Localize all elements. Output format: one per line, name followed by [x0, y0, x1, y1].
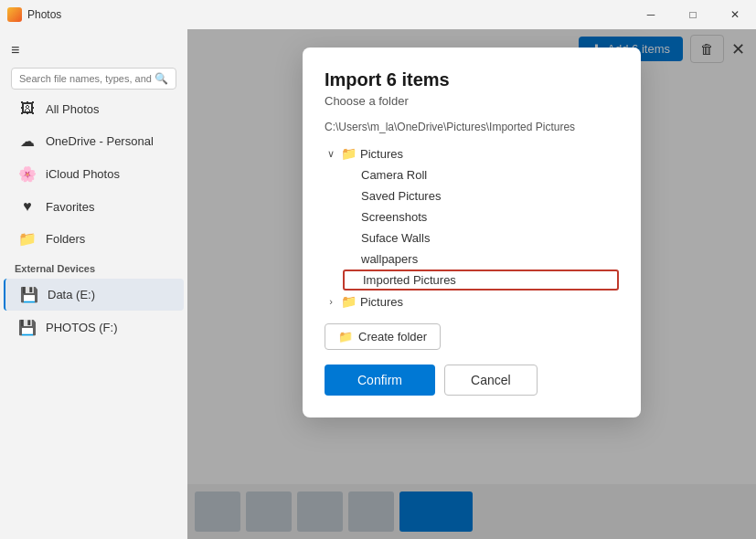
cancel-button[interactable]: Cancel — [444, 365, 538, 396]
minimize-button[interactable]: ─ — [630, 0, 672, 29]
tree-child-label: Suface Walls — [361, 231, 430, 245]
tree-item-saved-pictures[interactable]: Saved Pictures — [343, 185, 619, 206]
sidebar: ≡ 🔍 🖼 All Photos ☁ OneDrive - Personal 🌸… — [0, 29, 187, 539]
folders-icon: 📁 — [18, 230, 37, 248]
onedrive-icon: ☁ — [18, 132, 37, 150]
sidebar-item-label: Favorites — [46, 200, 94, 214]
main-content: ⬇ Add 6 items 🗑 ✕ Import 6 items Choose … — [187, 29, 756, 539]
all-photos-icon: 🖼 — [18, 100, 37, 117]
sidebar-item-label: Folders — [46, 232, 85, 246]
photos-f-icon: 💾 — [18, 319, 37, 336]
sidebar-item-label: All Photos — [46, 102, 100, 116]
tree-children: Camera Roll Saved Pictures Screenshots S… — [325, 164, 619, 291]
create-folder-label: Create folder — [358, 330, 427, 343]
sidebar-item-label: PHOTOS (F:) — [46, 321, 117, 334]
folder-tree: ∨ 📁 Pictures Camera Roll Saved Pictures — [325, 143, 619, 312]
tree-item-camera-roll[interactable]: Camera Roll — [343, 164, 619, 185]
folder-icon: 📁 — [341, 146, 357, 161]
sidebar-top: ≡ — [0, 37, 187, 64]
chevron-down-icon: ∨ — [325, 148, 337, 160]
sidebar-item-data-e[interactable]: 💾 Data (E:) — [4, 279, 184, 311]
tree-root-label-2: Pictures — [360, 295, 403, 309]
sidebar-item-label: iCloud Photos — [46, 167, 120, 181]
tree-child-label: Imported Pictures — [363, 273, 456, 287]
app-title: Photos — [27, 8, 61, 21]
tree-child-label: Saved Pictures — [361, 189, 441, 203]
dialog-subtitle: Choose a folder — [325, 94, 619, 108]
folder-icon-2: 📁 — [341, 294, 357, 309]
tree-item-imported-pictures[interactable]: Imported Pictures — [343, 270, 619, 291]
data-e-icon: 💾 — [20, 286, 38, 303]
search-bar[interactable]: 🔍 — [11, 68, 176, 90]
tree-child-label: Screenshots — [361, 210, 427, 224]
hamburger-icon[interactable]: ≡ — [11, 42, 19, 58]
tree-item-wallpapers[interactable]: wallpapers — [343, 248, 619, 270]
create-folder-button[interactable]: 📁 Create folder — [325, 323, 441, 350]
tree-child-label: Camera Roll — [361, 168, 427, 182]
dialog-path: C:\Users\m_la\OneDrive\Pictures\Imported… — [325, 121, 619, 133]
confirm-button[interactable]: Confirm — [325, 365, 435, 396]
sidebar-item-label: OneDrive - Personal — [46, 134, 154, 148]
tree-item-surface-walls[interactable]: Suface Walls — [343, 227, 619, 248]
titlebar: Photos ─ □ ✕ — [0, 0, 756, 29]
tree-root-label: Pictures — [360, 147, 403, 161]
create-folder-icon: 📁 — [338, 330, 353, 343]
titlebar-left: Photos — [7, 7, 61, 22]
search-input[interactable] — [19, 73, 154, 84]
maximize-button[interactable]: □ — [672, 0, 714, 29]
external-devices-label: External Devices — [0, 256, 187, 278]
search-icon: 🔍 — [154, 72, 168, 85]
app-container: ≡ 🔍 🖼 All Photos ☁ OneDrive - Personal 🌸… — [0, 29, 756, 539]
sidebar-item-favorites[interactable]: ♥ Favorites — [4, 191, 184, 222]
tree-root-pictures[interactable]: ∨ 📁 Pictures — [325, 143, 619, 164]
dialog-footer: Confirm Cancel — [325, 365, 619, 396]
app-icon — [7, 7, 22, 22]
chevron-right-icon: › — [325, 296, 337, 307]
sidebar-item-onedrive[interactable]: ☁ OneDrive - Personal — [4, 125, 184, 157]
sidebar-item-photos-f[interactable]: 💾 PHOTOS (F:) — [4, 312, 184, 343]
sidebar-item-folders[interactable]: 📁 Folders — [4, 223, 184, 255]
import-dialog: Import 6 items Choose a folder C:\Users\… — [303, 48, 641, 417]
sidebar-item-label: Data (E:) — [48, 288, 95, 301]
tree-item-screenshots[interactable]: Screenshots — [343, 206, 619, 227]
dialog-title: Import 6 items — [325, 69, 619, 90]
favorites-icon: ♥ — [18, 198, 37, 215]
icloud-icon: 🌸 — [18, 165, 37, 183]
close-button[interactable]: ✕ — [714, 0, 756, 29]
titlebar-controls: ─ □ ✕ — [630, 0, 756, 29]
sidebar-item-all-photos[interactable]: 🖼 All Photos — [4, 93, 184, 124]
tree-root-pictures-2[interactable]: › 📁 Pictures — [325, 291, 619, 312]
sidebar-item-icloud[interactable]: 🌸 iCloud Photos — [4, 158, 184, 190]
tree-child-label: wallpapers — [361, 252, 418, 266]
